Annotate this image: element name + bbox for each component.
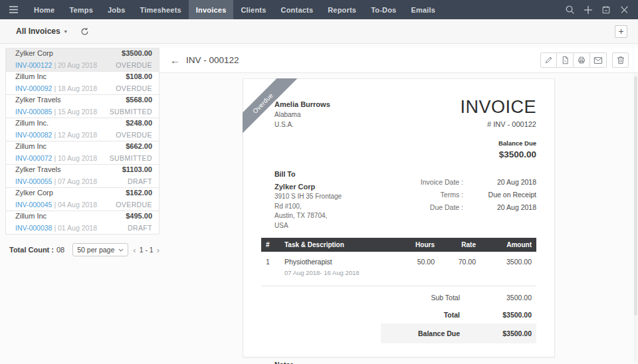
- invoice-meta-row: Invoice Date :20 Aug 2018: [397, 178, 536, 186]
- invoice-list-item[interactable]: Zillum Inc$108.00INV-000092 | 18 Aug 201…: [6, 72, 159, 95]
- invoice-meta-row: Terms :Due on Receipt: [397, 191, 536, 199]
- invoice-number-link[interactable]: INV-000055: [15, 177, 52, 185]
- invoice-list: Zylker Corp$3500.00INV-000122 | 20 Aug 2…: [5, 48, 160, 234]
- invoice-item-top-row: Zillum Inc$662.00: [15, 142, 152, 150]
- invoice-number-link[interactable]: INV-000072: [15, 154, 52, 162]
- invoice-client-name: Zylker Travels: [15, 96, 60, 104]
- nav-item-reports[interactable]: Reports: [320, 0, 364, 19]
- prev-page-icon[interactable]: ‹: [133, 246, 136, 254]
- invoice-number-link[interactable]: INV-000082: [15, 131, 52, 139]
- per-page-value: 50 per page: [77, 246, 114, 254]
- invoice-item-top-row: Zillum Inc$495.00: [15, 212, 152, 220]
- invoice-list-item[interactable]: Zillum Inc.$248.00INV-000082 | 12 Aug 20…: [6, 118, 159, 141]
- invoice-date: | 12 Aug 2018: [52, 131, 97, 139]
- invoice-item-bottom-row: INV-000045 | 04 Aug 2018OVERDUE: [15, 198, 152, 210]
- line-item-row: 1Physiotherapist07 Aug 2018- 16 Aug 2018…: [261, 252, 536, 279]
- add-invoice-button[interactable]: +: [615, 25, 627, 38]
- page-range: 1 - 1: [140, 246, 154, 254]
- delete-trash-icon: [617, 56, 625, 64]
- back-arrow-icon[interactable]: ←: [170, 55, 180, 65]
- invoice-date: | 18 Aug 2018: [52, 84, 97, 92]
- refresh-button[interactable]: [80, 27, 89, 36]
- pdf-file-icon: [561, 56, 570, 64]
- edit-button[interactable]: [540, 52, 557, 68]
- nav-item-home[interactable]: Home: [27, 0, 62, 19]
- total-count-label: Total Count :: [9, 246, 54, 254]
- calendar-icon[interactable]: [601, 5, 611, 15]
- invoice-list-item[interactable]: Zylker Travels$568.00INV-000085 | 15 Aug…: [6, 95, 159, 118]
- invoice-list-item[interactable]: Zillum Inc$662.00INV-000072 | 10 Aug 201…: [6, 141, 159, 165]
- invoice-list-item[interactable]: Zylker Corp$162.00INV-000045 | 04 Aug 20…: [6, 188, 159, 211]
- scrollbar-track[interactable]: [634, 74, 637, 363]
- invoice-list-item[interactable]: Zillum Inc$495.00INV-000038 | 01 Aug 201…: [6, 211, 159, 234]
- invoice-document: Overdue Amelia Burrows AlabamaU.S.A. INV…: [243, 78, 555, 357]
- invoice-item-bottom-row: INV-000055 | 07 Aug 2018DRAFT: [15, 175, 152, 187]
- table-header-col-amount: Amount: [480, 238, 536, 252]
- scrollbar-thumb[interactable]: [634, 76, 637, 316]
- detail-actions: [540, 52, 629, 68]
- total-row-total: Total$3500.00: [381, 306, 536, 323]
- line-items-table: #Task & DescriptionHoursRateAmount 1Phys…: [261, 238, 536, 279]
- nav-item-temps[interactable]: Temps: [62, 0, 100, 19]
- invoice-list-panel: Zylker Corp$3500.00INV-000122 | 20 Aug 2…: [5, 48, 160, 363]
- top-nav: HomeTempsJobsTimesheetsInvoicesClientsCo…: [0, 0, 638, 19]
- search-icon[interactable]: [565, 5, 575, 15]
- invoice-date: | 10 Aug 2018: [52, 154, 97, 162]
- per-page-select[interactable]: 50 per page: [72, 243, 128, 256]
- invoice-item-bottom-row: INV-000085 | 15 Aug 2018SUBMITTED: [15, 105, 152, 117]
- meta-value: 20 Aug 2018: [463, 178, 536, 186]
- notes-label: Notes: [274, 361, 536, 364]
- nav-item-invoices[interactable]: Invoices: [189, 0, 234, 19]
- bill-to-address: 3910 S IH 35 FrontageRd #100,Austin, TX …: [274, 193, 342, 229]
- invoice-number-link[interactable]: INV-000122: [15, 61, 52, 69]
- invoice-number-date: INV-000055 | 07 Aug 2018: [15, 175, 97, 187]
- invoice-number-link[interactable]: INV-000045: [15, 201, 52, 209]
- meta-label: Terms :: [397, 191, 463, 199]
- nav-item-timesheets[interactable]: Timesheets: [133, 0, 189, 19]
- nav-item-emails[interactable]: Emails: [403, 0, 443, 19]
- invoice-number-link[interactable]: INV-000092: [15, 84, 52, 92]
- balance-due-amount: $3500.00: [460, 149, 536, 159]
- invoice-number-link[interactable]: INV-000085: [15, 108, 52, 116]
- balance-due-label: Balance Due: [460, 139, 536, 147]
- tools-icon[interactable]: [619, 5, 629, 15]
- delete-button[interactable]: [612, 52, 629, 68]
- nav-item-jobs[interactable]: Jobs: [100, 0, 132, 19]
- print-button[interactable]: [574, 52, 590, 68]
- invoice-number-link[interactable]: INV-000038: [15, 224, 52, 232]
- invoice-list-item[interactable]: Zylker Travels$1103.00INV-000055 | 07 Au…: [6, 165, 159, 188]
- invoice-status-badge: OVERDUE: [116, 201, 152, 209]
- quick-add-icon[interactable]: [584, 5, 593, 15]
- total-label: Sub Total: [385, 294, 480, 302]
- total-count-value: 08: [56, 246, 64, 254]
- list-footer: Total Count : 08 50 per page ‹ 1 - 1 ›: [5, 234, 160, 256]
- invoice-item-bottom-row: INV-000092 | 18 Aug 2018OVERDUE: [15, 82, 152, 94]
- nav-menu: HomeTempsJobsTimesheetsInvoicesClientsCo…: [27, 0, 443, 19]
- print-icon: [577, 56, 586, 64]
- meta-value: 20 Aug 2018: [463, 203, 536, 211]
- invoice-amount: $3500.00: [122, 49, 152, 57]
- chevron-down-icon: [118, 248, 124, 252]
- invoice-date: | 07 Aug 2018: [52, 177, 97, 185]
- invoice-status-badge: SUBMITTED: [110, 154, 152, 162]
- invoice-list-item[interactable]: Zylker Corp$3500.00INV-000122 | 20 Aug 2…: [6, 48, 159, 72]
- nav-utilities: [565, 0, 638, 19]
- invoice-filter-dropdown[interactable]: All Invoices ▾: [16, 27, 67, 36]
- nav-item-contacts[interactable]: Contacts: [274, 0, 321, 19]
- invoice-detail-pane: ← INV - 000122: [160, 48, 638, 363]
- invoice-amount: $495.00: [126, 212, 152, 220]
- nav-item-clients[interactable]: Clients: [233, 0, 273, 19]
- invoice-number-date: INV-000038 | 01 Aug 2018: [15, 221, 97, 233]
- pdf-button[interactable]: [557, 52, 574, 68]
- invoice-amount: $1103.00: [122, 165, 152, 173]
- nav-item-to-dos[interactable]: To-Dos: [364, 0, 403, 19]
- edit-pencil-icon: [544, 56, 553, 64]
- task-name: Physiotherapist: [284, 258, 393, 266]
- invoice-client-name: Zillum Inc: [15, 212, 47, 220]
- email-button[interactable]: [590, 52, 607, 68]
- bill-to-name: Zylker Corp: [274, 183, 342, 191]
- hamburger-menu-icon[interactable]: [0, 0, 27, 19]
- line-item-rate: 70.00: [439, 252, 480, 279]
- from-address: AlabamaU.S.A.: [274, 111, 330, 128]
- table-header-row: #Task & DescriptionHoursRateAmount: [261, 238, 536, 252]
